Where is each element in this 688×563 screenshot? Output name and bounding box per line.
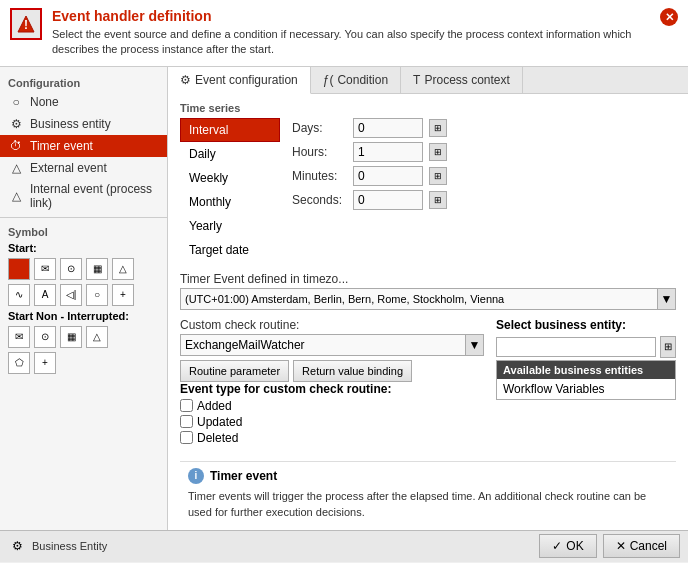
ok-button[interactable]: ✓ OK [539, 534, 596, 558]
event-config-content: Time series Interval Daily Weekly Monthl… [168, 94, 688, 530]
ts-monthly[interactable]: Monthly [180, 190, 280, 214]
days-input[interactable] [353, 118, 423, 138]
updated-row: Updated [180, 415, 484, 429]
seconds-stepper[interactable]: ⊞ [429, 191, 447, 209]
symbol-ni-clock[interactable]: ⊙ [34, 326, 56, 348]
symbol-grid-sq[interactable]: ▦ [86, 258, 108, 280]
sidebar-item-internal-event[interactable]: △ Internal event (process link) [0, 179, 167, 213]
added-label: Added [197, 399, 232, 413]
timer-info-header: i Timer event [188, 468, 668, 484]
timer-defined-label: Timer Event defined in timezo... [180, 272, 676, 286]
deleted-checkbox[interactable] [180, 431, 193, 444]
main-area: Configuration ○ None ⚙ Business entity ⏱… [0, 67, 688, 530]
sidebar-item-timer-event[interactable]: ⏱ Timer event [0, 135, 167, 157]
right-col: Select business entity: ⊞ Available busi… [496, 318, 676, 453]
event-type-section: Event type for custom check routine: Add… [180, 382, 484, 445]
return-value-button[interactable]: Return value binding [293, 360, 412, 382]
seconds-input[interactable] [353, 190, 423, 210]
timer-defined-select[interactable]: ▼ [180, 288, 676, 310]
be-list-header: Available business entities [497, 361, 675, 379]
symbol-circle[interactable]: ○ [86, 284, 108, 306]
routine-btn-row: Routine parameter Return value binding [180, 360, 484, 382]
symbol-wave[interactable]: ∿ [8, 284, 30, 306]
minutes-stepper[interactable]: ⊞ [429, 167, 447, 185]
updated-checkbox[interactable] [180, 415, 193, 428]
symbol-ni-grid[interactable]: ▦ [60, 326, 82, 348]
minutes-row: Minutes: ⊞ [292, 166, 676, 186]
custom-check-dropdown-arrow[interactable]: ▼ [465, 335, 483, 355]
timer-event-icon: ⏱ [8, 138, 24, 154]
symbol-back[interactable]: ◁| [60, 284, 82, 306]
symbol-ni-pentagon[interactable]: ⬠ [8, 352, 30, 374]
minutes-input[interactable] [353, 166, 423, 186]
symbol-grid-start: ✉ ⊙ ▦ △ [0, 256, 167, 282]
dialog-title: Event handler definition [52, 8, 650, 24]
be-list-item-workflow[interactable]: Workflow Variables [497, 379, 675, 399]
start-non-interrupted-label: Start Non - Interrupted: [0, 308, 167, 324]
hours-label: Hours: [292, 145, 347, 159]
deleted-row: Deleted [180, 431, 484, 445]
ts-yearly[interactable]: Yearly [180, 214, 280, 238]
dialog-header: ! Event handler definition Select the ev… [0, 0, 688, 67]
cancel-button[interactable]: ✕ Cancel [603, 534, 680, 558]
seconds-label: Seconds: [292, 193, 347, 207]
symbol-grid-non-int-2: ⬠ + [0, 350, 167, 376]
tab-process-context[interactable]: T Process context [401, 67, 523, 93]
hours-stepper[interactable]: ⊞ [429, 143, 447, 161]
config-section-title: Configuration [0, 73, 167, 91]
cancel-x-icon: ✕ [616, 539, 626, 553]
added-checkbox[interactable] [180, 399, 193, 412]
symbol-plus[interactable]: + [112, 284, 134, 306]
symbol-envelope[interactable]: ✉ [34, 258, 56, 280]
close-button[interactable]: ✕ [660, 8, 678, 26]
left-col: Custom check routine: ▼ Routine paramete… [180, 318, 484, 453]
symbol-red[interactable] [8, 258, 30, 280]
timer-info: i Timer event Timer events will trigger … [180, 461, 676, 527]
sidebar-item-none[interactable]: ○ None [0, 91, 167, 113]
custom-check-select[interactable]: ▼ [180, 334, 484, 356]
custom-check-input[interactable] [181, 335, 465, 355]
timer-info-title: Timer event [210, 469, 277, 483]
days-stepper[interactable]: ⊞ [429, 119, 447, 137]
event-config-icon: ⚙ [180, 73, 191, 87]
deleted-label: Deleted [197, 431, 238, 445]
symbol-triangle[interactable]: △ [112, 258, 134, 280]
days-label: Days: [292, 121, 347, 135]
symbol-ni-triangle[interactable]: △ [86, 326, 108, 348]
be-search-input[interactable] [496, 337, 656, 357]
ts-target-date[interactable]: Target date [180, 238, 280, 262]
be-search-row: ⊞ [496, 336, 676, 358]
sidebar-item-business-entity[interactable]: ⚙ Business entity [0, 113, 167, 135]
timer-defined-dropdown-arrow[interactable]: ▼ [657, 289, 675, 309]
header-text-block: Event handler definition Select the even… [52, 8, 650, 58]
svg-text:!: ! [24, 18, 28, 32]
ts-weekly[interactable]: Weekly [180, 166, 280, 190]
info-icon: i [188, 468, 204, 484]
days-row: Days: ⊞ [292, 118, 676, 138]
hours-input[interactable] [353, 142, 423, 162]
footer: ⚙ Business Entity ✓ OK ✕ Cancel [0, 530, 688, 562]
tab-condition[interactable]: ƒ( Condition [311, 67, 401, 93]
be-qr-button[interactable]: ⊞ [660, 336, 676, 358]
time-series-area: Interval Daily Weekly Monthly Yearly Tar… [180, 118, 676, 262]
symbol-clock[interactable]: ⊙ [60, 258, 82, 280]
sidebar-item-external-event[interactable]: △ External event [0, 157, 167, 179]
symbol-ni-plus[interactable]: + [34, 352, 56, 374]
internal-event-icon: △ [8, 188, 24, 204]
symbol-ni-envelope[interactable]: ✉ [8, 326, 30, 348]
header-icon: ! [10, 8, 42, 40]
external-event-icon: △ [8, 160, 24, 176]
ts-daily[interactable]: Daily [180, 142, 280, 166]
tab-event-configuration[interactable]: ⚙ Event configuration [168, 67, 311, 94]
ts-interval[interactable]: Interval [180, 118, 280, 142]
routine-parameter-button[interactable]: Routine parameter [180, 360, 289, 382]
content-area: ⚙ Event configuration ƒ( Condition T Pro… [168, 67, 688, 530]
tab-bar: ⚙ Event configuration ƒ( Condition T Pro… [168, 67, 688, 94]
time-series-list: Interval Daily Weekly Monthly Yearly Tar… [180, 118, 280, 262]
process-context-icon: T [413, 73, 420, 87]
dialog-description: Select the event source and define a con… [52, 27, 650, 58]
none-icon: ○ [8, 94, 24, 110]
symbol-a[interactable]: A [34, 284, 56, 306]
timer-defined-input[interactable] [181, 289, 657, 309]
time-fields: Days: ⊞ Hours: ⊞ Minutes: ⊞ [292, 118, 676, 262]
